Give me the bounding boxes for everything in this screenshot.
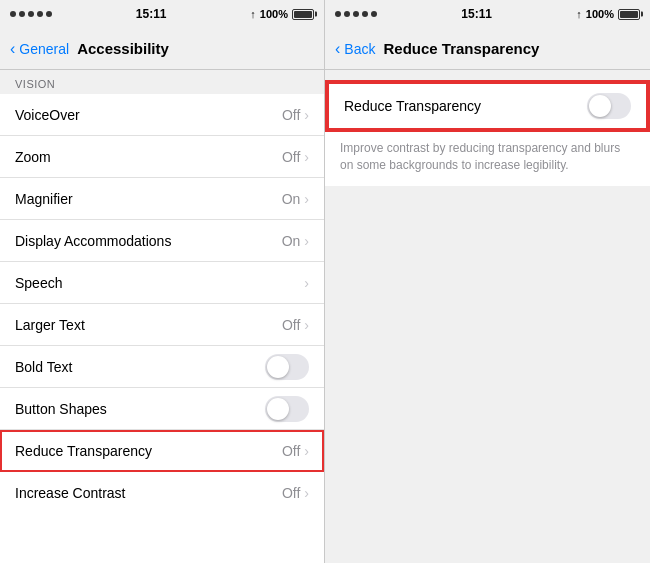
- toggle-bold-text[interactable]: [265, 354, 309, 380]
- nav-bar-left: ‹ General Accessibility: [0, 28, 324, 70]
- right-increase-contrast: Off ›: [282, 485, 309, 501]
- list-item-increase-contrast[interactable]: Increase Contrast Off ›: [0, 472, 324, 514]
- back-button-left[interactable]: ‹ General: [10, 40, 69, 58]
- value-display-accommodations: On: [282, 233, 301, 249]
- battery-fill-right: [620, 11, 638, 18]
- status-bar-left: 15:11 ↑ 100%: [0, 0, 324, 28]
- battery-percent-left: 100%: [260, 8, 288, 20]
- right-reduce-transparency: Off ›: [282, 443, 309, 459]
- battery-fill-left: [294, 11, 312, 18]
- chevron-larger-text: ›: [304, 317, 309, 333]
- value-increase-contrast: Off: [282, 485, 300, 501]
- toggle-thumb-button-shapes: [267, 398, 289, 420]
- signal-dots: [10, 11, 52, 17]
- chevron-reduce-transparency: ›: [304, 443, 309, 459]
- location-arrow-right: ↑: [576, 8, 582, 20]
- list-item-zoom[interactable]: Zoom Off ›: [0, 136, 324, 178]
- list-item-larger-text[interactable]: Larger Text Off ›: [0, 304, 324, 346]
- toggle-reduce-transparency[interactable]: [587, 93, 631, 119]
- label-voiceover: VoiceOver: [15, 107, 80, 123]
- status-right-right: ↑ 100%: [576, 8, 640, 20]
- list-item-display-accommodations[interactable]: Display Accommodations On ›: [0, 220, 324, 262]
- right-larger-text: Off ›: [282, 317, 309, 333]
- chevron-voiceover: ›: [304, 107, 309, 123]
- dot-r5: [371, 11, 377, 17]
- label-speech: Speech: [15, 275, 62, 291]
- settings-list-left: VoiceOver Off › Zoom Off › Magnifier On …: [0, 94, 324, 563]
- label-display-accommodations: Display Accommodations: [15, 233, 171, 249]
- list-item-voiceover[interactable]: VoiceOver Off ›: [0, 94, 324, 136]
- back-chevron-left: ‹: [10, 40, 15, 58]
- right-speech: ›: [304, 275, 309, 291]
- back-label-right[interactable]: Back: [344, 41, 375, 57]
- left-panel: 15:11 ↑ 100% ‹ General Accessibility VIS…: [0, 0, 325, 563]
- dot-4: [37, 11, 43, 17]
- list-item-speech[interactable]: Speech ›: [0, 262, 324, 304]
- dot-3: [28, 11, 34, 17]
- battery-icon-left: [292, 9, 314, 20]
- label-reduce-transparency-right: Reduce Transparency: [344, 98, 481, 114]
- right-display-accommodations: On ›: [282, 233, 309, 249]
- chevron-increase-contrast: ›: [304, 485, 309, 501]
- back-chevron-right: ‹: [335, 40, 340, 58]
- back-button-right[interactable]: ‹ Back: [335, 40, 375, 58]
- right-voiceover: Off ›: [282, 107, 309, 123]
- label-larger-text: Larger Text: [15, 317, 85, 333]
- right-settings-area: Reduce Transparency Improve contrast by …: [325, 70, 650, 186]
- dot-r1: [335, 11, 341, 17]
- right-magnifier: On ›: [282, 191, 309, 207]
- toggle-thumb-bold-text: [267, 356, 289, 378]
- label-increase-contrast: Increase Contrast: [15, 485, 126, 501]
- value-magnifier: On: [282, 191, 301, 207]
- right-panel: 15:11 ↑ 100% ‹ Back Reduce Transparency …: [325, 0, 650, 563]
- label-bold-text: Bold Text: [15, 359, 72, 375]
- value-voiceover: Off: [282, 107, 300, 123]
- reduce-transparency-description: Improve contrast by reducing transparenc…: [325, 132, 650, 186]
- dot-5: [46, 11, 52, 17]
- back-label-left[interactable]: General: [19, 41, 69, 57]
- right-zoom: Off ›: [282, 149, 309, 165]
- location-arrow-left: ↑: [250, 8, 256, 20]
- toggle-button-shapes[interactable]: [265, 396, 309, 422]
- label-zoom: Zoom: [15, 149, 51, 165]
- status-time-left: 15:11: [136, 7, 167, 21]
- dot-1: [10, 11, 16, 17]
- status-right-left: ↑ 100%: [250, 8, 314, 20]
- reduce-transparency-setting-group: Reduce Transparency: [325, 80, 650, 132]
- status-time-right: 15:11: [461, 7, 492, 21]
- battery-icon-right: [618, 9, 640, 20]
- nav-bar-right: ‹ Back Reduce Transparency: [325, 28, 650, 70]
- right-bold-text: [265, 354, 309, 380]
- label-reduce-transparency: Reduce Transparency: [15, 443, 152, 459]
- right-button-shapes: [265, 396, 309, 422]
- battery-percent-right: 100%: [586, 8, 614, 20]
- list-item-magnifier[interactable]: Magnifier On ›: [0, 178, 324, 220]
- section-header-vision: VISION: [0, 70, 324, 94]
- list-item-button-shapes[interactable]: Button Shapes: [0, 388, 324, 430]
- label-button-shapes: Button Shapes: [15, 401, 107, 417]
- value-zoom: Off: [282, 149, 300, 165]
- dot-2: [19, 11, 25, 17]
- dot-r3: [353, 11, 359, 17]
- nav-title-right: Reduce Transparency: [383, 40, 539, 57]
- dot-r2: [344, 11, 350, 17]
- chevron-zoom: ›: [304, 149, 309, 165]
- chevron-display-accommodations: ›: [304, 233, 309, 249]
- chevron-magnifier: ›: [304, 191, 309, 207]
- status-bar-right: 15:11 ↑ 100%: [325, 0, 650, 28]
- list-item-bold-text[interactable]: Bold Text: [0, 346, 324, 388]
- chevron-speech: ›: [304, 275, 309, 291]
- value-reduce-transparency: Off: [282, 443, 300, 459]
- signal-dots-right: [335, 11, 377, 17]
- reduce-transparency-item[interactable]: Reduce Transparency: [327, 82, 648, 130]
- nav-title-left: Accessibility: [77, 40, 169, 57]
- toggle-thumb-reduce-transparency: [589, 95, 611, 117]
- value-larger-text: Off: [282, 317, 300, 333]
- list-item-reduce-transparency[interactable]: Reduce Transparency Off ›: [0, 430, 324, 472]
- label-magnifier: Magnifier: [15, 191, 73, 207]
- dot-r4: [362, 11, 368, 17]
